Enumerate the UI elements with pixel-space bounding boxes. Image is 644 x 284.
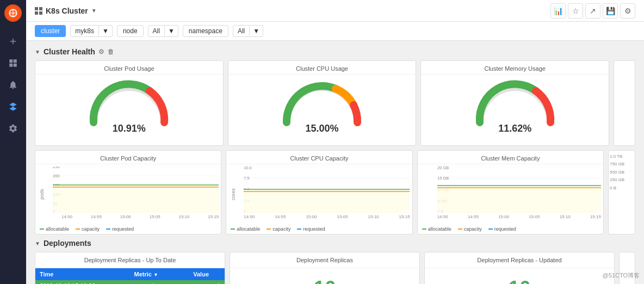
cluster-mem-capacity-title: Cluster Mem Capacity (418, 151, 603, 164)
main-content: K8s Cluster ▼ 📊 ☆ ↗ 💾 ⚙ cluster myk8s ▼ … (26, 0, 644, 284)
save-button[interactable]: 💾 (603, 3, 618, 18)
cluster-health-title: Cluster Health (44, 47, 95, 56)
namespace-all-dropdown[interactable]: All ▼ (233, 25, 263, 37)
sidebar-item-add[interactable] (4, 33, 22, 50)
row1-metric: prometheus (129, 280, 189, 284)
node-chevron[interactable]: ▼ (165, 25, 178, 37)
cluster-pod-usage-panel: Cluster Pod Usage 10.91% (35, 60, 224, 146)
mem-x-axis: 14:50 14:55 15:00 15:05 15:10 15:15 (437, 214, 601, 219)
svg-text:250: 250 (53, 166, 60, 169)
capacity-charts-row: Cluster Pod Capacity pods 250 200 (35, 150, 635, 234)
cluster-pod-usage-gauge: 10.91% (35, 75, 223, 145)
cluster-filter-button[interactable]: cluster (35, 25, 66, 37)
cluster-memory-usage-title: Cluster Memory Usage (421, 61, 609, 75)
cpu-chart-svg: 10.0 7.5 5.0 2.5 0 (244, 166, 410, 213)
cluster-memory-usage-gauge: 11.62% (421, 75, 609, 145)
pod-capacity-chart: pods 250 200 150 100 50 (35, 164, 221, 224)
cluster-memory-usage-value: 11.62% (498, 123, 531, 134)
cluster-cpu-usage-value: 15.00% (305, 123, 338, 134)
pod-chart-legend: allocatable capacity requested (35, 224, 221, 234)
title-chevron[interactable]: ▼ (91, 8, 97, 14)
cluster-cpu-usage-gauge: 15.00% (228, 75, 416, 145)
filterbar: cluster myk8s ▼ node All ▼ namespace All… (26, 22, 644, 41)
watermark: @51CTO博客 (603, 271, 640, 280)
table-header-value: Value (189, 268, 225, 280)
app-logo (4, 4, 22, 22)
node-all-label: All (148, 25, 165, 37)
star-button[interactable]: ☆ (568, 3, 583, 18)
namespace-chevron[interactable]: ▼ (250, 25, 263, 37)
myk8s-chevron[interactable]: ▼ (99, 25, 113, 37)
deployments-panels-row: Deployment Replicas - Up To Date Time Me… (35, 252, 635, 284)
svg-text:7.5: 7.5 (244, 176, 250, 181)
gauge-panels-row: Cluster Pod Usage 10.91% (35, 60, 635, 146)
deployment-replicas-updated-title: Deployment Replicas - Updated (425, 252, 614, 268)
settings-button[interactable]: ⚙ (620, 3, 635, 18)
deployments-section-header: ▼ Deployments (35, 239, 635, 248)
cpu-x-axis: 14:50 14:55 15:00 15:05 15:10 15:15 (244, 214, 410, 219)
cluster-cpu-capacity-panel: Cluster CPU Capacity cores 10.0 7.5 5.0 … (226, 150, 412, 234)
cluster-health-delete-icon[interactable]: 🗑 (108, 48, 114, 55)
svg-marker-40 (437, 186, 601, 213)
page-title: K8s Cluster ▼ (35, 7, 97, 15)
mem-fourth-panel-partial: 1.0 TB 750 GB 500 GB 250 GB 0 B (608, 150, 635, 234)
namespace-all-label: All (233, 25, 250, 37)
svg-text:200: 200 (53, 174, 60, 178)
svg-marker-18 (53, 185, 219, 213)
deployment-replicas-updated-panel: Deployment Replicas - Updated 16 (424, 252, 615, 284)
deployment-replicas-table: Time Metric ▼ Value 2019-12-18 15:19:00 … (35, 268, 225, 284)
deployments-chevron[interactable]: ▼ (35, 240, 40, 246)
deployment-replicas-title: Deployment Replicas (230, 252, 419, 268)
topbar-actions: 📊 ☆ ↗ 💾 ⚙ (550, 3, 635, 18)
cluster-pod-usage-title: Cluster Pod Usage (35, 61, 223, 75)
bar-chart-button[interactable]: 📊 (550, 3, 566, 18)
namespace-filter-button[interactable]: namespace (183, 25, 228, 37)
deployment-replicas-uptodate-panel: Deployment Replicas - Up To Date Time Me… (35, 252, 225, 284)
cluster-cpu-usage-panel: Cluster CPU Usage 15.00% (228, 60, 417, 146)
cluster-pod-usage-value: 10.91% (113, 123, 146, 134)
table-row: 2019-12-18 15:19:00 prometheus 1 (35, 280, 225, 284)
row1-time: 2019-12-18 15:19:00 (35, 280, 129, 284)
cluster-pod-capacity-title: Cluster Pod Capacity (35, 151, 221, 164)
table-header-metric[interactable]: Metric ▼ (129, 268, 189, 280)
sidebar-item-alerts[interactable] (4, 76, 22, 94)
deployment-replicas-updated-value: 16 (500, 268, 539, 284)
cluster-fourth-panel-partial (614, 60, 635, 146)
cluster-memory-usage-panel: Cluster Memory Usage 11.62% (420, 60, 609, 146)
cpu-chart-legend: allocatable capacity requested (226, 224, 412, 234)
cluster-cpu-capacity-title: Cluster CPU Capacity (226, 151, 412, 164)
myk8s-dropdown[interactable]: myk8s ▼ (70, 25, 113, 37)
grid-icon (35, 7, 42, 15)
row1-value: 1 (189, 280, 225, 284)
share-button[interactable]: ↗ (585, 3, 600, 18)
cluster-health-chevron[interactable]: ▼ (35, 49, 40, 55)
cpu-y-axis-label: cores (231, 188, 236, 200)
deployments-title: Deployments (44, 239, 91, 248)
mem-capacity-chart: 20 GB 15 GB 10 GB 5 GB 0 B 14:50 14:55 1… (418, 164, 603, 224)
svg-text:10.0: 10.0 (244, 166, 252, 170)
cluster-health-section-header: ▼ Cluster Health ⚙ 🗑 (35, 47, 635, 56)
sidebar-item-settings[interactable] (4, 120, 22, 137)
sidebar-item-k8s[interactable] (4, 98, 22, 115)
deployment-replicas-uptodate-title: Deployment Replicas - Up To Date (35, 252, 225, 268)
deployment-replicas-panel: Deployment Replicas 16 (230, 252, 420, 284)
svg-marker-29 (244, 189, 410, 213)
mem-chart-legend: allocatable capacity requested (418, 224, 603, 234)
deployment-replicas-value: 16 (305, 268, 344, 284)
sidebar-item-dashboard[interactable] (4, 54, 22, 72)
table-header-time: Time (35, 268, 129, 280)
pod-gauge-svg (85, 79, 172, 128)
cluster-cpu-usage-title: Cluster CPU Usage (228, 61, 416, 75)
node-filter-button[interactable]: node (117, 25, 144, 37)
cluster-pod-capacity-panel: Cluster Pod Capacity pods 250 200 (35, 150, 221, 234)
pod-x-axis: 14:50 14:55 15:00 15:05 15:10 15:15 (53, 214, 219, 219)
cluster-health-settings-icon[interactable]: ⚙ (98, 48, 104, 55)
memory-gauge-svg (472, 79, 559, 128)
content-area: ▼ Cluster Health ⚙ 🗑 Cluster Pod Usage (26, 41, 644, 284)
sidebar (0, 0, 26, 284)
pod-chart-svg: 250 200 150 100 50 0 (53, 166, 219, 213)
cpu-capacity-chart: cores 10.0 7.5 5.0 2.5 0 (226, 164, 412, 224)
node-all-dropdown[interactable]: All ▼ (148, 25, 178, 37)
svg-text:15 GB: 15 GB (437, 176, 449, 181)
cluster-name: K8s Cluster (46, 7, 88, 15)
